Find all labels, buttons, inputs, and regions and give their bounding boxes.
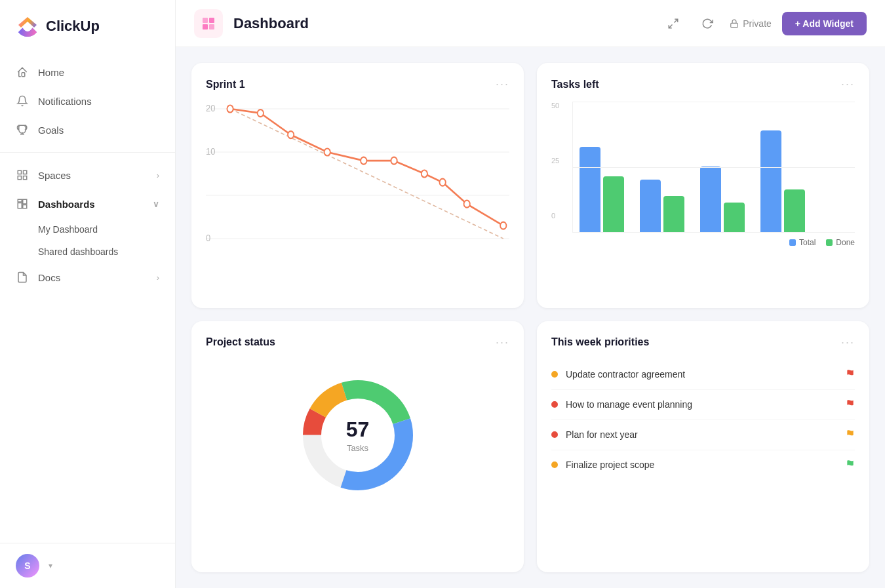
svg-rect-7 xyxy=(23,205,27,208)
svg-point-21 xyxy=(227,106,233,113)
priority-dot-3 xyxy=(551,461,558,468)
svg-point-24 xyxy=(324,149,330,156)
avatar: S xyxy=(16,554,39,578)
flag-icon-2 xyxy=(846,429,855,441)
home-icon xyxy=(16,66,29,79)
sprint-card-header: Sprint 1 ··· xyxy=(206,77,509,91)
sprint-menu-button[interactable]: ··· xyxy=(496,77,509,91)
sidebar: ClickUp Home Notifications Goals xyxy=(0,0,176,588)
bell-icon xyxy=(16,94,29,108)
sidebar-item-notifications-label: Notifications xyxy=(38,96,92,107)
sidebar-item-home-label: Home xyxy=(38,67,64,78)
priorities-title: This week priorities xyxy=(551,336,649,348)
dashboards-icon xyxy=(16,197,29,210)
sidebar-item-my-dashboard[interactable]: My Dashboard xyxy=(0,218,175,241)
legend-done-label: Done xyxy=(836,238,855,247)
svg-text:0: 0 xyxy=(206,232,210,243)
expand-button[interactable] xyxy=(661,12,685,35)
donut-chart-container: 57 Tasks xyxy=(206,360,509,511)
project-status-title: Project status xyxy=(206,336,275,348)
sidebar-item-spaces[interactable]: Spaces › xyxy=(0,161,175,189)
spaces-chevron-icon: › xyxy=(157,170,159,180)
priority-text-2: Plan for next year xyxy=(566,429,838,440)
sidebar-item-goals-label: Goals xyxy=(38,125,64,136)
svg-rect-2 xyxy=(24,176,27,180)
grid-icon xyxy=(201,16,216,31)
project-status-menu-button[interactable]: ··· xyxy=(496,336,509,349)
y-label-25: 25 xyxy=(551,157,570,165)
sidebar-item-home[interactable]: Home xyxy=(0,58,175,87)
bar-total-1 xyxy=(580,147,600,232)
sidebar-footer[interactable]: S ▾ xyxy=(0,543,175,588)
svg-text:10: 10 xyxy=(206,146,215,157)
refresh-button[interactable] xyxy=(696,12,719,35)
sidebar-item-docs[interactable]: Docs › xyxy=(0,263,175,292)
clickup-logo-icon xyxy=(16,14,39,38)
chart-legend: Total Done xyxy=(551,238,855,247)
sprint-chart: 20 10 0 xyxy=(206,102,509,246)
docs-icon xyxy=(16,271,29,284)
sidebar-item-docs-label: Docs xyxy=(38,272,60,283)
topbar-actions: Private + Add Widget xyxy=(661,12,867,35)
tasks-menu-button[interactable]: ··· xyxy=(841,77,855,91)
bar-group-2 xyxy=(640,180,684,232)
my-dashboard-label: My Dashboard xyxy=(38,224,98,235)
svg-rect-8 xyxy=(203,18,208,23)
priority-text-1: How to manage event planning xyxy=(566,399,838,410)
project-status-widget: Project status ··· xyxy=(191,321,524,573)
sidebar-item-notifications[interactable]: Notifications xyxy=(0,87,175,115)
tasks-card-title: Tasks left xyxy=(551,79,599,90)
svg-point-30 xyxy=(500,222,506,229)
add-widget-button[interactable]: + Add Widget xyxy=(782,12,867,35)
refresh-icon xyxy=(701,18,713,29)
sidebar-item-goals[interactable]: Goals xyxy=(0,115,175,144)
svg-point-22 xyxy=(258,109,264,117)
dashboards-chevron-icon: ∨ xyxy=(153,199,159,209)
priority-dot-1 xyxy=(551,401,558,408)
bar-done-2 xyxy=(663,196,684,232)
svg-point-26 xyxy=(391,157,397,165)
svg-rect-12 xyxy=(731,23,738,27)
tasks-bar-chart: 50 25 0 xyxy=(551,102,855,246)
priorities-menu-button[interactable]: ··· xyxy=(841,336,855,349)
priority-dot-0 xyxy=(551,371,558,378)
trophy-icon xyxy=(16,123,29,136)
bar-total-4 xyxy=(760,130,781,232)
dashboard-icon-box xyxy=(194,9,223,38)
svg-rect-11 xyxy=(209,24,214,29)
legend-total: Total xyxy=(789,238,816,247)
private-label: Private xyxy=(743,18,772,29)
divider-1 xyxy=(0,152,175,153)
bar-done-3 xyxy=(724,203,745,232)
lock-icon xyxy=(730,19,739,28)
legend-total-dot xyxy=(789,239,796,246)
sidebar-item-shared-dashboards[interactable]: Shared dashboards xyxy=(0,241,175,263)
priority-item-3: Finalize project scope xyxy=(551,450,855,480)
legend-total-label: Total xyxy=(799,238,816,247)
svg-rect-0 xyxy=(18,170,21,174)
priority-dot-2 xyxy=(551,431,558,438)
bar-total-2 xyxy=(640,180,661,232)
footer-chevron-icon: ▾ xyxy=(49,561,52,570)
svg-rect-1 xyxy=(24,170,27,174)
main-content: Dashboard Private + Add Widget Sprint 1 … xyxy=(176,0,885,588)
shared-dashboards-label: Shared dashboards xyxy=(38,246,118,257)
sidebar-item-dashboards[interactable]: Dashboards ∨ xyxy=(0,189,175,218)
svg-rect-10 xyxy=(203,24,208,29)
private-button[interactable]: Private xyxy=(730,18,772,29)
bar-done-1 xyxy=(603,176,624,232)
donut-label: Tasks xyxy=(346,443,370,453)
bar-done-4 xyxy=(784,189,805,232)
project-status-header: Project status ··· xyxy=(206,336,509,349)
priorities-list: Update contractor agreement How to manag… xyxy=(551,360,855,480)
y-label-50: 50 xyxy=(551,102,570,109)
sprint-chart-svg: 20 10 0 xyxy=(206,102,509,246)
priority-text-0: Update contractor agreement xyxy=(566,369,838,380)
bar-group-4 xyxy=(760,130,805,232)
tasks-card-header: Tasks left ··· xyxy=(551,77,855,91)
logo-area: ClickUp xyxy=(0,0,175,52)
sprint-card-title: Sprint 1 xyxy=(206,79,245,90)
svg-rect-3 xyxy=(18,176,21,180)
topbar: Dashboard Private + Add Widget xyxy=(176,0,885,47)
sidebar-item-spaces-label: Spaces xyxy=(38,170,71,181)
